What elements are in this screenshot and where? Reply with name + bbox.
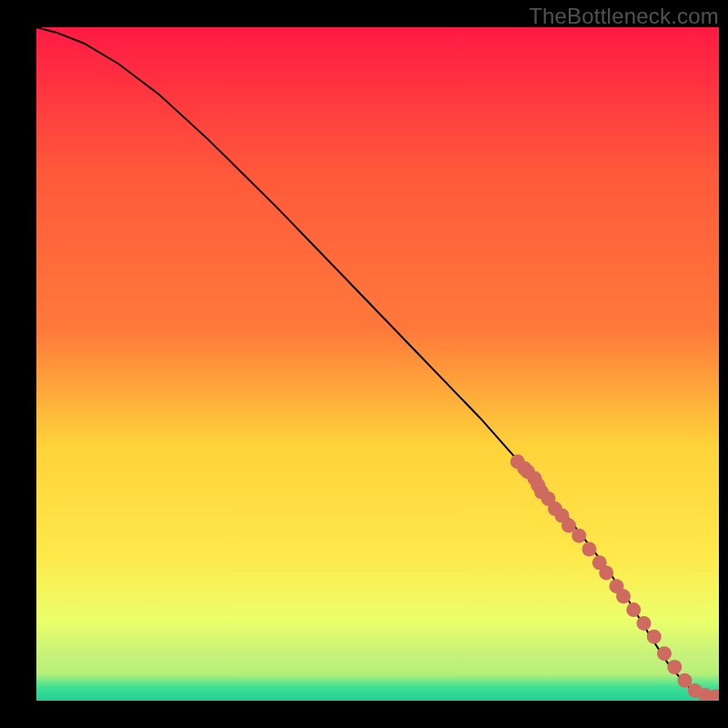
data-point bbox=[582, 542, 597, 557]
gradient-background bbox=[36, 27, 719, 701]
data-point bbox=[599, 565, 613, 580]
data-point bbox=[667, 660, 682, 674]
data-point bbox=[626, 602, 641, 617]
chart-svg bbox=[36, 27, 719, 701]
data-point bbox=[647, 630, 662, 644]
data-point bbox=[571, 529, 586, 543]
chart-frame: TheBottleneck.com bbox=[0, 0, 728, 728]
plot-area bbox=[36, 27, 719, 701]
watermark-text: TheBottleneck.com bbox=[529, 4, 719, 29]
data-point bbox=[616, 589, 631, 603]
data-point bbox=[657, 646, 672, 661]
data-point bbox=[637, 616, 652, 631]
